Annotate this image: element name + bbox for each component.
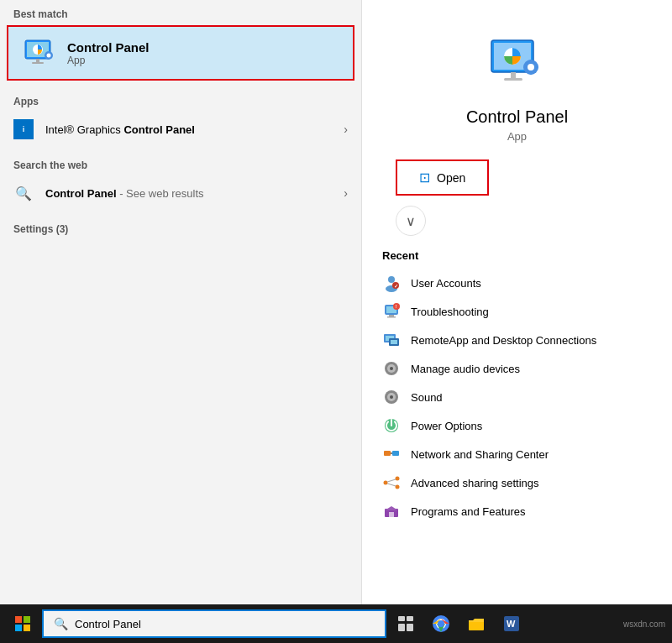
svg-rect-16 <box>523 66 526 69</box>
svg-rect-17 <box>536 66 538 69</box>
svg-rect-39 <box>384 451 391 456</box>
open-label: Open <box>437 171 465 185</box>
svg-rect-50 <box>24 616 30 623</box>
app-large-subtitle: App <box>507 130 527 143</box>
best-match-info: Control Panel App <box>67 40 150 66</box>
start-button[interactable] <box>7 608 39 640</box>
svg-rect-54 <box>407 616 413 621</box>
recent-item-text: Advanced sharing settings <box>411 477 538 489</box>
svg-rect-10 <box>511 72 516 78</box>
svg-point-37 <box>390 395 393 399</box>
sound-icon <box>382 388 401 406</box>
task-view-button[interactable] <box>390 608 422 640</box>
recent-item-network[interactable]: Network and Sharing Center <box>382 440 652 468</box>
open-icon: ⊡ <box>419 170 430 186</box>
control-panel-small-icon <box>22 35 57 71</box>
svg-point-43 <box>396 477 400 481</box>
svg-rect-15 <box>529 72 532 75</box>
settings-label: Settings (3) <box>0 215 361 240</box>
intel-item-text: Intel® Graphics Control Panel <box>45 123 344 136</box>
best-match-label: Best match <box>0 0 361 25</box>
recent-item-text: RemoteApp and Desktop Connections <box>411 334 596 347</box>
recent-item-text: Troubleshooting <box>411 306 489 318</box>
control-panel-large-icon <box>487 34 548 94</box>
recent-item-sharing[interactable]: Advanced sharing settings <box>382 468 652 497</box>
recent-item-sound[interactable]: Sound <box>382 383 652 411</box>
svg-text:✓: ✓ <box>394 284 398 289</box>
taskbar-search-bar[interactable]: 🔍 Control Panel <box>42 609 386 638</box>
network-icon <box>382 445 401 463</box>
open-button-wrap: ⊡ Open <box>396 159 489 196</box>
word-button[interactable]: W <box>496 608 528 640</box>
svg-rect-56 <box>407 624 413 631</box>
wsxdn-watermark: wsxdn.com <box>623 619 665 629</box>
intel-graphics-item[interactable]: i Intel® Graphics Control Panel › <box>0 112 361 146</box>
open-button[interactable]: ⊡ Open <box>399 163 486 192</box>
best-match-item[interactable]: Control Panel App <box>7 25 354 81</box>
svg-point-59 <box>438 620 444 627</box>
recent-item-text: Programs and Features <box>411 505 526 518</box>
svg-rect-24 <box>389 315 394 316</box>
svg-rect-25 <box>387 316 396 318</box>
taskbar-search-icon: 🔍 <box>54 617 68 630</box>
recent-item-text: Power Options <box>411 420 482 432</box>
search-web-label: Search the web <box>0 151 361 176</box>
file-explorer-button[interactable] <box>460 608 492 640</box>
recent-section: Recent ✓ User Accounts <box>362 249 672 525</box>
taskbar-search-text: Control Panel <box>75 618 141 630</box>
svg-point-6 <box>47 54 51 58</box>
programs-icon <box>382 502 401 520</box>
web-results-suffix: - See web results <box>117 187 204 200</box>
recent-item-remoteapp[interactable]: RemoteApp and Desktop Connections <box>382 326 652 354</box>
recent-item-text: User Accounts <box>411 277 481 290</box>
svg-point-44 <box>396 485 400 489</box>
recent-item-user-accounts[interactable]: ✓ User Accounts <box>382 269 652 297</box>
left-panel: Best match <box>0 0 361 604</box>
svg-rect-3 <box>36 59 39 62</box>
svg-rect-51 <box>15 625 22 631</box>
svg-point-13 <box>528 64 534 71</box>
svg-rect-55 <box>398 624 405 631</box>
recent-item-text: Network and Sharing Center <box>411 448 549 461</box>
troubleshooting-icon: ! <box>382 302 401 321</box>
sharing-icon <box>382 473 401 492</box>
recent-item-power[interactable]: Power Options <box>382 411 652 440</box>
search-web-item[interactable]: 🔍 Control Panel - See web results › <box>0 176 361 210</box>
chevron-right-icon: › <box>344 123 348 136</box>
intel-icon: i <box>13 119 34 139</box>
power-icon <box>382 416 401 435</box>
chrome-button[interactable] <box>425 608 457 640</box>
svg-rect-49 <box>15 616 22 623</box>
svg-rect-4 <box>32 62 44 64</box>
svg-point-42 <box>384 481 388 485</box>
search-web-icon: 🔍 <box>13 183 34 203</box>
user-accounts-icon: ✓ <box>382 274 401 292</box>
right-panel: Control Panel App ⊡ Open ∨ Recent <box>361 0 672 604</box>
chevron-down-icon: ∨ <box>406 213 416 229</box>
svg-rect-52 <box>24 625 30 631</box>
svg-text:W: W <box>507 619 516 629</box>
recent-item-text: Sound <box>411 391 443 404</box>
recent-label: Recent <box>382 249 652 262</box>
svg-rect-53 <box>398 616 405 621</box>
search-web-text: Control Panel - See web results <box>45 187 344 200</box>
recent-item-programs[interactable]: Programs and Features <box>382 497 652 525</box>
taskbar: 🔍 Control Panel W <box>0 604 672 643</box>
recent-item-text: Manage audio devices <box>411 363 520 375</box>
remoteapp-icon <box>382 331 401 349</box>
app-large-title: Control Panel <box>466 107 568 127</box>
svg-point-18 <box>388 276 395 283</box>
apps-label: Apps <box>0 87 361 112</box>
svg-point-34 <box>390 367 393 370</box>
recent-item-troubleshooting[interactable]: ! Troubleshooting <box>382 297 652 326</box>
svg-rect-11 <box>504 78 522 81</box>
svg-rect-48 <box>389 512 394 517</box>
svg-rect-40 <box>392 451 399 456</box>
recent-item-audio[interactable]: Manage audio devices <box>382 354 652 383</box>
svg-line-45 <box>387 479 396 482</box>
search-web-chevron: › <box>344 186 348 200</box>
best-match-title: Control Panel <box>67 40 150 55</box>
svg-rect-31 <box>391 340 397 344</box>
svg-rect-14 <box>529 60 532 62</box>
expand-button[interactable]: ∨ <box>396 206 426 236</box>
